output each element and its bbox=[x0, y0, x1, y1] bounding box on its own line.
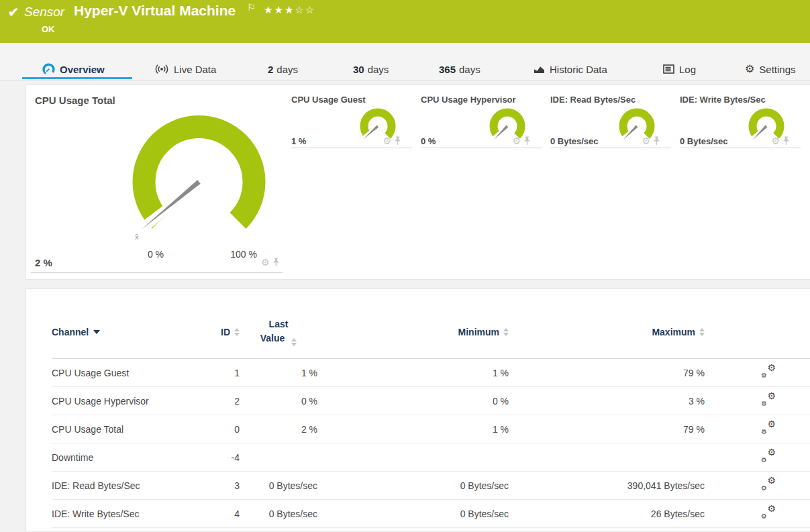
gauge-tile-0: CPU Usage Guest 1 %⚙ bbox=[291, 95, 412, 148]
cell-last-value: 0 % bbox=[240, 396, 317, 407]
gauge-chart: x̄ bbox=[26, 97, 286, 273]
cell-id: 0 bbox=[213, 424, 240, 435]
cell-maximum: 26 Bytes/sec bbox=[509, 509, 705, 519]
gauge-icon bbox=[42, 63, 55, 76]
table-row[interactable]: CPU Usage Hypervisor20 %0 %3 %⚙⚙ bbox=[52, 387, 810, 415]
tab-bar: Overview Live Data2days30days365days His… bbox=[0, 43, 810, 81]
cell-minimum: 0 Bytes/sec bbox=[317, 480, 509, 491]
cell-id: 3 bbox=[213, 480, 240, 491]
cell-id: 1 bbox=[213, 368, 240, 378]
tab-live-data[interactable]: Live Data bbox=[154, 60, 216, 78]
channel-settings-icon[interactable]: ⚙⚙ bbox=[761, 449, 776, 463]
status-check-icon: ✔ bbox=[8, 5, 19, 20]
divider bbox=[31, 272, 283, 273]
pin-icon[interactable] bbox=[782, 136, 790, 146]
flag-icon[interactable]: ⚐ bbox=[247, 2, 256, 13]
pin-icon[interactable] bbox=[272, 258, 280, 267]
cell-channel: IDE: Write Bytes/Sec bbox=[52, 509, 213, 519]
pin-icon[interactable] bbox=[394, 136, 401, 146]
gauges-panel: CPU Usage Total x̄ 0 % 100 % 2 % ⚙ CPU U… bbox=[26, 85, 810, 280]
cell-last-value: 0 Bytes/sec bbox=[240, 509, 317, 519]
sort-icon[interactable] bbox=[291, 338, 297, 346]
gear-icon[interactable]: ⚙ bbox=[383, 136, 391, 146]
cell-channel: IDE: Read Bytes/Sec bbox=[52, 480, 213, 491]
table-row[interactable]: IDE: Read Bytes/Sec30 Bytes/sec0 Bytes/s… bbox=[52, 472, 810, 500]
cell-channel: Downtime bbox=[52, 452, 213, 463]
broadcast-icon bbox=[154, 64, 169, 74]
tab-2-days[interactable]: 2days bbox=[268, 60, 298, 78]
cell-id: -4 bbox=[213, 452, 240, 463]
cell-id: 4 bbox=[213, 509, 240, 519]
tab-overview[interactable]: Overview bbox=[42, 60, 105, 78]
tab-30-days[interactable]: 30days bbox=[353, 60, 389, 78]
channel-table-header: ChannelIDLastValue MinimumMaximum bbox=[52, 289, 810, 359]
gear-icon[interactable]: ⚙ bbox=[261, 258, 270, 267]
tab-settings[interactable]: ⚙Settings bbox=[745, 60, 796, 78]
main-gauge-tile: CPU Usage Total x̄ 0 % 100 % 2 % ⚙ bbox=[26, 85, 286, 280]
cell-channel: CPU Usage Total bbox=[52, 424, 213, 435]
cell-channel: CPU Usage Guest bbox=[52, 368, 213, 378]
gauge-tile-2: IDE: Read Bytes/Sec 0 Bytes/sec⚙ bbox=[550, 95, 671, 148]
sort-icon[interactable] bbox=[699, 328, 705, 336]
channel-settings-icon[interactable]: ⚙⚙ bbox=[761, 393, 776, 407]
channel-settings-icon[interactable]: ⚙⚙ bbox=[761, 421, 776, 435]
main-gauge-value: 2 % bbox=[35, 257, 52, 268]
cell-minimum: 0 % bbox=[317, 396, 509, 407]
table-row[interactable]: IDE: Write Bytes/Sec40 Bytes/sec0 Bytes/… bbox=[52, 500, 810, 528]
sensor-title: Hyper-V Virtual Machine bbox=[74, 3, 236, 19]
cell-maximum: 79 % bbox=[509, 368, 705, 378]
column-header-last-value[interactable]: LastValue bbox=[240, 317, 317, 345]
cell-last-value: 2 % bbox=[240, 424, 317, 435]
cell-last-value: 0 Bytes/sec bbox=[240, 480, 317, 491]
sensor-status-badge: OK bbox=[42, 24, 55, 34]
tab-log[interactable]: Log bbox=[663, 60, 696, 78]
column-header-maximum[interactable]: Maximum bbox=[509, 327, 705, 337]
gear-icon[interactable]: ⚙ bbox=[512, 136, 521, 146]
tab-365-days[interactable]: 365days bbox=[439, 60, 480, 78]
area-chart-icon bbox=[534, 64, 545, 74]
sort-desc-icon bbox=[93, 330, 100, 334]
cell-id: 2 bbox=[213, 396, 240, 407]
pin-icon[interactable] bbox=[653, 136, 660, 146]
cell-maximum: 390,041 Bytes/sec bbox=[509, 480, 705, 491]
gear-icon[interactable]: ⚙ bbox=[642, 136, 650, 146]
column-header-minimum[interactable]: Minimum bbox=[317, 327, 509, 337]
cell-maximum: 79 % bbox=[509, 424, 705, 435]
cell-channel: CPU Usage Hypervisor bbox=[52, 396, 213, 407]
gauge-min-label: 0 % bbox=[137, 249, 174, 260]
priority-stars[interactable]: ★★★☆☆ bbox=[264, 4, 315, 16]
gear-icon: ⚙ bbox=[745, 64, 754, 74]
table-row[interactable]: CPU Usage Total02 %1 %79 %⚙⚙ bbox=[52, 415, 810, 443]
gauge-value: 0 Bytes/sec bbox=[680, 136, 728, 146]
channel-table-panel: ChannelIDLastValue MinimumMaximum CPU Us… bbox=[26, 288, 810, 532]
channel-settings-icon[interactable]: ⚙⚙ bbox=[761, 506, 776, 519]
channel-settings-icon[interactable]: ⚙⚙ bbox=[761, 365, 776, 378]
cell-minimum: 1 % bbox=[317, 368, 509, 378]
gear-icon[interactable]: ⚙ bbox=[771, 136, 780, 146]
sensor-header: ✔ Sensor Hyper-V Virtual Machine ⚐ ★★★☆☆… bbox=[0, 0, 810, 43]
sensor-kind-label: Sensor bbox=[24, 5, 64, 19]
table-row[interactable]: Downtime-4⚙⚙ bbox=[52, 443, 810, 472]
sort-icon[interactable] bbox=[503, 328, 509, 336]
gauge-max-label: 100 % bbox=[225, 249, 262, 260]
tab-historic-data[interactable]: Historic Data bbox=[534, 60, 607, 78]
average-marker: x̄ bbox=[135, 233, 139, 241]
gauge-value: 0 Bytes/sec bbox=[550, 136, 599, 146]
gauge-tile-3: IDE: Write Bytes/Sec 0 Bytes/sec⚙ bbox=[680, 95, 801, 148]
gauge-title: CPU Usage Guest bbox=[291, 95, 366, 105]
gauge-title: CPU Usage Hypervisor bbox=[421, 95, 516, 105]
cell-minimum: 0 Bytes/sec bbox=[317, 509, 509, 519]
sort-icon[interactable] bbox=[234, 328, 240, 336]
cell-last-value: 1 % bbox=[240, 368, 317, 378]
pin-icon[interactable] bbox=[523, 136, 531, 146]
gauge-title: IDE: Read Bytes/Sec bbox=[550, 95, 636, 105]
cell-minimum: 1 % bbox=[317, 424, 509, 435]
table-row[interactable]: CPU Usage Guest11 %1 %79 %⚙⚙ bbox=[52, 359, 810, 387]
cell-maximum: 3 % bbox=[509, 396, 705, 407]
log-icon bbox=[663, 64, 674, 74]
gauge-value: 1 % bbox=[291, 136, 306, 146]
column-header-id[interactable]: ID bbox=[213, 327, 240, 337]
column-header-channel[interactable]: Channel bbox=[52, 327, 213, 337]
gauge-value: 0 % bbox=[421, 136, 436, 146]
channel-settings-icon[interactable]: ⚙⚙ bbox=[761, 478, 776, 491]
